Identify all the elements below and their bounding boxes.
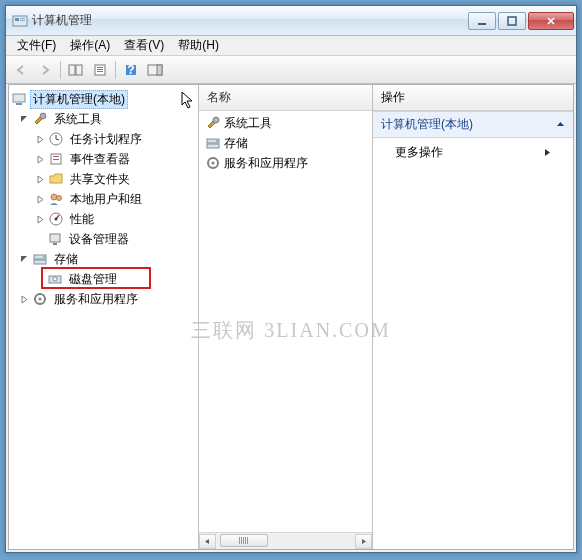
svg-rect-16 [13,94,25,102]
list: 系统工具 存储 服务和应用程序 [199,111,372,175]
svg-rect-22 [53,159,59,160]
close-button[interactable] [528,12,574,30]
window-title: 计算机管理 [32,12,468,29]
svg-rect-4 [478,23,486,25]
storage-icon [32,251,48,267]
expand-icon[interactable] [35,194,46,205]
tools-icon [32,111,48,127]
clock-icon [48,131,64,147]
tree-shared[interactable]: 共享文件夹 [11,169,196,189]
svg-rect-9 [97,67,103,68]
expand-icon[interactable] [35,154,46,165]
collapse-icon[interactable] [19,254,30,265]
svg-rect-30 [34,260,46,264]
svg-rect-15 [157,65,162,75]
help-button[interactable]: ? [120,59,142,81]
app-icon [12,13,28,29]
svg-point-23 [51,194,57,200]
svg-rect-2 [20,18,25,19]
tree-shared-label: 共享文件夹 [67,171,133,188]
expand-icon[interactable] [35,174,46,185]
storage-icon [205,135,221,151]
services-icon [205,155,221,171]
tools-icon [205,115,221,131]
tree-users-label: 本地用户和组 [67,191,145,208]
actions-section-label: 计算机管理(本地) [381,116,473,133]
collapse-icon[interactable] [19,114,30,125]
tree-storage-label: 存储 [51,251,81,268]
svg-rect-5 [508,17,516,25]
svg-text:?: ? [127,63,134,77]
minimize-button[interactable] [468,12,496,30]
tree-scheduler[interactable]: 任务计划程序 [11,129,196,149]
svg-rect-11 [97,71,103,72]
svg-rect-28 [53,243,57,245]
toolbar-separator [60,61,61,79]
expand-icon[interactable] [35,134,46,145]
expand-icon[interactable] [35,214,46,225]
services-icon [32,291,48,307]
list-item-systools[interactable]: 系统工具 [199,113,372,133]
tree-root[interactable]: 计算机管理(本地) [11,89,196,109]
tree-devmgr-label: 设备管理器 [66,231,132,248]
show-hide-pane-button[interactable] [144,59,166,81]
toolbar: ? [6,56,576,84]
event-icon [48,151,64,167]
action-more[interactable]: 更多操作 [373,138,573,167]
computer-icon [11,91,27,107]
list-item-storage[interactable]: 存储 [199,133,372,153]
tree-users[interactable]: 本地用户和组 [11,189,196,209]
expand-icon[interactable] [19,294,30,305]
svg-point-31 [43,256,45,258]
scroll-thumb[interactable] [220,534,268,547]
svg-point-36 [213,117,219,123]
scroll-left-button[interactable] [199,534,216,549]
toolbar-separator [115,61,116,79]
maximize-button[interactable] [498,12,526,30]
scroll-track[interactable] [216,534,355,549]
svg-rect-6 [69,65,75,75]
tree-services[interactable]: 服务和应用程序 [11,289,196,309]
svg-rect-1 [15,18,19,21]
horizontal-scrollbar[interactable] [199,532,372,549]
svg-point-26 [55,218,58,221]
svg-rect-10 [97,69,103,70]
svg-rect-21 [53,156,59,157]
menu-action[interactable]: 操作(A) [63,35,117,56]
back-button[interactable] [10,59,32,81]
users-icon [48,191,64,207]
actions-header: 操作 [373,85,573,111]
tree-eventviewer-label: 事件查看器 [67,151,133,168]
tree-storage[interactable]: 存储 [11,249,196,269]
collapse-caret-icon [556,118,565,132]
menu-file[interactable]: 文件(F) [10,35,63,56]
tree-perf[interactable]: 性能 [11,209,196,229]
svg-rect-3 [20,20,25,21]
scroll-right-button[interactable] [355,534,372,549]
properties-button[interactable] [89,59,111,81]
menu-help[interactable]: 帮助(H) [171,35,226,56]
tree-devmgr[interactable]: 设备管理器 [11,229,196,249]
svg-point-24 [57,196,62,201]
list-item-label: 系统工具 [224,115,272,132]
tree-systools[interactable]: 系统工具 [11,109,196,129]
svg-rect-7 [76,65,82,75]
forward-button[interactable] [34,59,56,81]
svg-point-35 [39,298,42,301]
tree-root-label: 计算机管理(本地) [30,90,128,109]
list-item-label: 存储 [224,135,248,152]
titlebar[interactable]: 计算机管理 [6,6,576,36]
tree-scheduler-label: 任务计划程序 [67,131,145,148]
tree-perf-label: 性能 [67,211,97,228]
menu-view[interactable]: 查看(V) [117,35,171,56]
svg-point-39 [216,140,218,142]
list-item-services[interactable]: 服务和应用程序 [199,153,372,173]
up-level-button[interactable] [65,59,87,81]
svg-rect-17 [16,103,22,105]
tree-eventviewer[interactable]: 事件查看器 [11,149,196,169]
column-header-name[interactable]: 名称 [199,85,372,111]
content-area: 计算机管理(本地) 系统工具 任务计划程序 [8,84,574,550]
svg-rect-27 [50,234,60,242]
list-panel: 名称 系统工具 存储 服务和应用程序 [199,85,373,549]
actions-section-header[interactable]: 计算机管理(本地) [373,111,573,138]
